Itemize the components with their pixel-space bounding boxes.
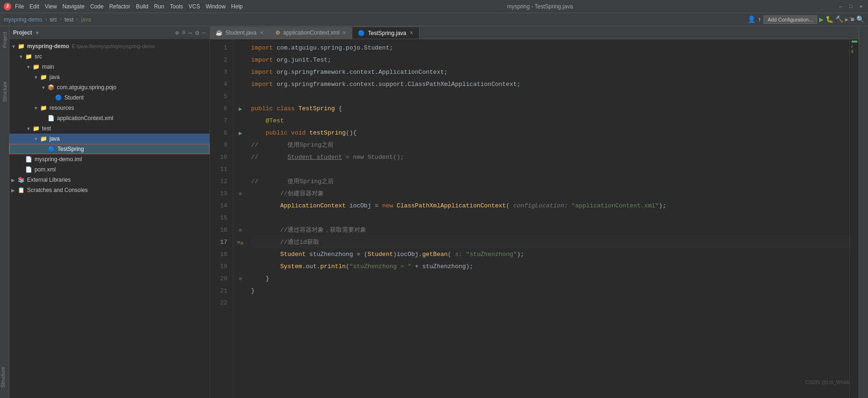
tree-item-scratches[interactable]: ▶ 📋 Scratches and Consoles [9,185,210,195]
project-tab-label[interactable]: Project [1,30,8,50]
code-line-12: // 使用Spring之后 [251,176,849,188]
dropdown-arrow-icon[interactable]: ▼ [35,30,40,36]
statusbar-structure[interactable]: Structure [0,360,6,388]
tree-item-java-test[interactable]: ▼ 📁 java [9,134,210,144]
line-num-19: 19 [210,261,231,273]
watermark: CSDN @Litt_White [805,379,849,385]
main-toolbar: myspring-demo › src › test › java 👤 ⬆ Ad… [0,13,868,26]
tab-appctx[interactable]: ⚙ applicationContext.xml ✕ [270,27,353,39]
menu-vcs[interactable]: VCS [189,3,200,10]
menu-refactor[interactable]: Refactor [109,3,130,10]
menu-code[interactable]: Code [90,3,104,10]
line-num-9: 9 [210,139,231,151]
tab-close-appctx[interactable]: ✕ [342,30,346,36]
gutter-5 [233,91,247,103]
tree-item-ext-libs[interactable]: ▶ 📚 External Libraries [9,175,210,185]
tab-label-testspring: TestSpring.java [368,30,406,36]
tree-item-iml[interactable]: 📄 myspring-demo.iml [9,154,210,164]
maximize-button[interactable]: □ [847,3,854,10]
tab-testspring[interactable]: 🔵 TestSpring.java ✕ [352,27,419,39]
menu-tools[interactable]: Tools [170,3,183,10]
margin-indicator-1[interactable] [852,41,857,43]
code-line-5 [251,91,849,103]
gutter-6[interactable]: ▶ [233,103,247,115]
run-button[interactable]: ▶ [819,15,824,24]
menu-file[interactable]: File [15,3,24,10]
add-configuration-button[interactable]: Add Configuration... [763,15,817,24]
tree-arrow-resources: ▼ [34,106,40,111]
fold-marker-20[interactable]: ⊖ [239,276,242,282]
gutter-8[interactable]: ▶ [233,127,247,139]
breadcrumb-folder[interactable]: java [81,16,91,23]
gutter-1 [233,42,247,54]
menu-window[interactable]: Window [206,3,226,10]
tree-label-pom: pom.xml [35,166,56,173]
menu-edit[interactable]: Edit [29,3,39,10]
close-button[interactable]: ✕ [858,3,864,10]
titlebar-left: J File Edit View Navigate Code Refactor … [4,3,243,10]
sidebar-toolbar: ⊕ ≡ ⋯ ⚙ — [175,29,206,37]
stop-button[interactable]: ■ [851,16,854,23]
settings-icon[interactable]: ⚙ [195,29,199,37]
menu-run[interactable]: Run [154,3,164,10]
structure-tab-label[interactable]: Structure [1,79,8,104]
profile-icon[interactable]: 👤 [748,15,756,23]
tab-label-appctx: applicationContext.xml [283,29,340,36]
fold-marker-13[interactable]: ⊖ [239,191,242,197]
tree-item-test[interactable]: ▼ 📁 test [9,123,210,134]
code-editor[interactable]: 1 2 3 4 5 6 7 8 9 10 11 12 13 14 15 16 1… [210,39,859,398]
code-content[interactable]: import com.atguigu.spring.pojo.Student; … [247,39,849,398]
tab-icon-appctx: ⚙ [275,29,280,36]
editor-right-margin: ✓ 4 [849,39,859,398]
folder-icon-resources: 📁 [40,105,49,111]
breadcrumb-project[interactable]: myspring-demo [4,16,42,23]
breadcrumb-test[interactable]: test [64,16,73,23]
fold-marker-16[interactable]: ⊖ [239,227,242,233]
tree-item-pojo-pkg[interactable]: ▼ 📦 com.atguigu.spring.pojo [9,82,210,92]
breadcrumb-src[interactable]: src [50,16,57,23]
line-num-4: 4 [210,78,231,91]
line-num-20: 20 [210,273,231,285]
tree-item-main[interactable]: ▼ 📁 main [9,62,210,72]
tree-item-pom[interactable]: 📄 pom.xml [9,164,210,175]
tab-student[interactable]: ☕ Student.java ✕ [210,27,270,39]
tree-item-testspring[interactable]: 🔵 TestSpring [9,144,210,154]
menu-help[interactable]: Help [231,3,243,10]
code-line-3: import org.springframework.context.Appli… [251,66,849,78]
menu-navigate[interactable]: Navigate [63,3,84,10]
locate-file-icon[interactable]: ⊕ [175,29,179,37]
left-tool-tab: Project Structure [0,26,9,398]
tree-arrow-root: ▼ [11,44,18,49]
build-button[interactable]: 🔨 [835,15,843,23]
tree-label-java-main: java [49,74,60,80]
menu-view[interactable]: View [45,3,57,10]
vcs-update-icon[interactable]: ⬆ [757,15,761,23]
coverage-button[interactable]: ▶̈ [845,16,849,23]
tree-item-root[interactable]: ▼ 📁 myspring-demo E:\java-file\myspring\… [9,41,210,51]
code-line-1: import com.atguigu.spring.pojo.Student; [251,42,849,54]
tab-close-student[interactable]: ✕ [259,30,264,36]
run-method-icon[interactable]: ▶ [238,130,242,137]
tree-item-resources[interactable]: ▼ 📁 resources [9,103,210,113]
tree-actions-icon[interactable]: ⋯ [189,29,192,37]
minimize-button[interactable]: — [837,3,844,10]
tab-icon-testspring: 🔵 [358,30,365,36]
tree-item-student[interactable]: 🔵 Student [9,92,210,103]
menu-build[interactable]: Build [136,3,148,10]
debug-button[interactable]: 🐛 [826,15,833,23]
folder-icon-src: 📁 [25,53,34,60]
tree-label-pojo: com.atguigu.spring.pojo [57,84,116,91]
collapse-all-icon[interactable]: ≡ [182,29,185,37]
run-class-icon[interactable]: ▶ [238,106,242,113]
code-line-8: public void testSpring(){ [251,127,849,139]
tree-item-src[interactable]: ▼ 📁 src [9,51,210,62]
app-logo: J [4,3,11,10]
gutter-17: ⊖⚠ [233,236,247,249]
tab-close-testspring[interactable]: ✕ [409,30,413,36]
tree-item-java-main[interactable]: ▼ 📁 java [9,72,210,82]
tree-item-appctx[interactable]: 📄 applicationContext.xml [9,113,210,123]
folder-icon-test: 📁 [33,125,41,132]
search-everywhere-icon[interactable]: 🔍 [856,15,864,23]
minimize-sidebar-icon[interactable]: — [202,29,206,37]
line-num-16: 16 [210,224,231,236]
